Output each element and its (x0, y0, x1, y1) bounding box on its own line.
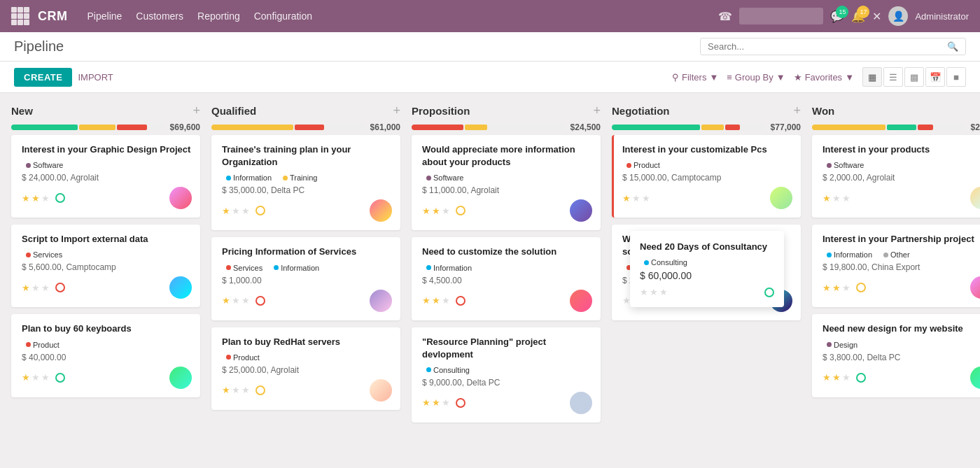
notif-bell[interactable]: 🔔 17 (851, 10, 865, 23)
phone-icon[interactable]: ☎ (718, 10, 732, 23)
grid-view-btn[interactable]: ■ (946, 67, 966, 87)
app-brand[interactable]: CRM (38, 9, 68, 24)
notif-messages[interactable]: 💬 15 (830, 10, 844, 23)
card-title: Need to customize the solution (422, 246, 592, 258)
nav-reporting[interactable]: Reporting (197, 10, 240, 22)
nav-configuration[interactable]: Configuration (254, 10, 312, 22)
card-info: $ 24,000.00, Agrolait (22, 173, 192, 183)
column-header: New + (11, 104, 200, 117)
avatar[interactable]: 👤 (888, 6, 908, 26)
tooltip-card: Need 20 Days of Consultancy Consulting $… (630, 231, 784, 307)
card-info: $ 4,500.00 (422, 276, 592, 285)
card-tags: Services (22, 250, 192, 260)
kanban-card[interactable]: Trainee's training plan in your Organiza… (211, 135, 400, 230)
status-badge (55, 283, 65, 292)
card-title: Plan to buy 60 keyboards (22, 322, 192, 335)
calendar-view-btn[interactable]: 📅 (925, 67, 945, 87)
kanban-view-btn[interactable]: ▦ (862, 67, 882, 87)
groupby-button[interactable]: ≡ Group By ▼ (727, 72, 785, 83)
card-tags: Product (22, 340, 192, 350)
import-button[interactable]: IMPORT (78, 72, 113, 83)
card-title: "Resource Planning" project devlopment (422, 336, 592, 361)
card-footer: ★★★ (822, 276, 980, 299)
groupby-icon: ≡ (727, 72, 732, 83)
card-tags: Information Training (222, 173, 392, 183)
kanban-card[interactable]: Need to customize the solution Informati… (412, 237, 601, 320)
card-avatar (770, 187, 792, 209)
toolbar-left: CREATE IMPORT (14, 68, 113, 87)
kanban-card[interactable]: Need new design for my website Design $ … (812, 314, 980, 397)
nav-pipeline[interactable]: Pipeline (88, 10, 122, 22)
column-progress: $25,600 (812, 122, 980, 132)
favorites-button[interactable]: ★ Favorites ▼ (794, 72, 854, 83)
filter-chevron: ▼ (709, 72, 718, 83)
add-card-button[interactable]: + (192, 104, 200, 117)
kanban-card[interactable]: Plan to buy 60 keyboards Product $ 40,00… (11, 314, 200, 397)
close-icon[interactable]: ✕ (872, 10, 881, 23)
card-avatar (370, 290, 392, 312)
card-stars: ★★★ (622, 193, 650, 204)
tooltip-footer: ★ ★ ★ (640, 287, 774, 297)
filters-button[interactable]: ⚲ Filters ▼ (672, 72, 718, 83)
card-stars: ★★★ (22, 283, 50, 293)
kanban-card[interactable]: Interest in your Graphic Design Project … (11, 135, 200, 218)
column-title: New (11, 105, 33, 117)
top-navigation: CRM Pipeline Customers Reporting Configu… (0, 0, 980, 32)
column-header: Won + (812, 104, 980, 117)
card-tags: Design (822, 340, 980, 350)
progress-bar (612, 125, 764, 130)
progress-bar (412, 125, 564, 130)
kanban-card[interactable]: Interest in your customizable Pcs Produc… (612, 135, 801, 218)
nav-links: Pipeline Customers Reporting Configurati… (88, 10, 719, 22)
card-tag: Software (422, 173, 468, 183)
add-card-button[interactable]: + (393, 104, 400, 117)
kanban-card[interactable]: Script to Import external data Services … (11, 225, 200, 307)
search-input[interactable] (708, 41, 947, 52)
card-tag: Information (270, 263, 323, 273)
card-footer: ★★★ (822, 187, 980, 209)
status-badge (456, 398, 465, 408)
status-badge (255, 385, 265, 395)
add-card-button[interactable]: + (593, 104, 601, 117)
chart-view-btn[interactable]: ▩ (904, 67, 924, 87)
card-stars: ★★★ (222, 206, 250, 216)
status-badge (55, 373, 65, 383)
column-header: Negotiation + (612, 104, 801, 117)
card-title: Interest in your Graphic Design Project (22, 143, 192, 156)
create-button[interactable]: CREATE (14, 68, 72, 87)
nav-customers[interactable]: Customers (136, 10, 183, 22)
kanban-card[interactable]: Would appreciate more information about … (412, 135, 601, 230)
card-title: Interest in your Partnership project (822, 233, 980, 246)
card-stars: ★★★ (422, 397, 450, 408)
toolbar: CREATE IMPORT ⚲ Filters ▼ ≡ Group By ▼ ★… (0, 62, 980, 93)
kanban-card[interactable]: Interest in your products Software $ 2,0… (812, 135, 980, 218)
card-footer: ★★★ (22, 367, 192, 389)
search-container[interactable]: 🔍 (700, 38, 966, 55)
card-info: $ 40,000.00 (22, 353, 192, 362)
app-grid-icon[interactable] (11, 7, 29, 25)
kanban-card[interactable]: "Resource Planning" project devlopment C… (412, 327, 601, 423)
progress-bar (211, 125, 363, 130)
card-tag: Information (222, 173, 276, 183)
kanban-card[interactable]: Plan to buy RedHat servers Product $ 25,… (211, 327, 400, 410)
column-amount: $69,600 (170, 122, 200, 132)
card-info: $ 1,000.00 (222, 276, 392, 285)
card-stars: ★★★ (822, 372, 850, 383)
card-footer: ★★★ (22, 187, 192, 209)
add-card-button[interactable]: + (793, 104, 801, 117)
kanban-card[interactable]: Pricing Information of Services Services… (211, 237, 400, 320)
column-progress: $24,500 (412, 122, 601, 132)
card-tag: Software (22, 160, 67, 170)
list-view-btn[interactable]: ☰ (883, 67, 903, 87)
status-badge (255, 206, 265, 215)
kanban-card[interactable]: Interest in your Partnership project Inf… (812, 225, 980, 307)
card-footer: ★★★ (422, 392, 592, 414)
status-badge (255, 296, 265, 306)
card-avatar (169, 367, 192, 389)
card-avatar (570, 290, 592, 312)
column-title: Qualified (211, 105, 256, 117)
card-tag: Training (279, 173, 321, 183)
card-tag: Other (879, 250, 914, 260)
status-badge (856, 283, 866, 292)
column-amount: $25,600 (971, 122, 980, 132)
